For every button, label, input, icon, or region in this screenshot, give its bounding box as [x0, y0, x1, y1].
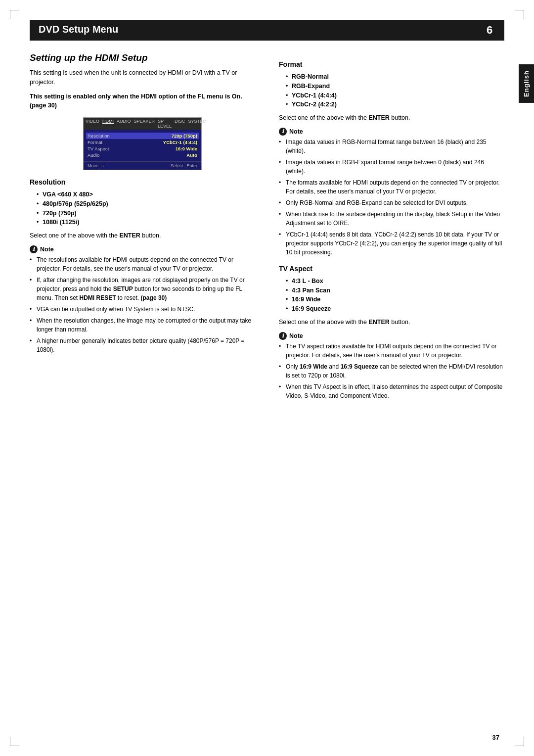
menu-item-video: VIDEO [86, 119, 99, 129]
fmt-note-6: YCbCr-1 (4:4:4) sends 8 bit data. YCbCr-… [279, 230, 504, 257]
tva-note-3: When this TV Aspect is in effect, it als… [279, 382, 504, 400]
fmt-note-5: When black rise to the surface depending… [279, 210, 504, 228]
format-bullets: RGB-Normal RGB-Expand YCbCr-1 (4:4:4) YC… [286, 72, 504, 109]
tvaspect-note-label: Note [289, 332, 303, 339]
tvaspect-note-header: ℹ Note [279, 332, 504, 340]
row-value-audio: Auto [186, 152, 197, 158]
row-label-format: Format [88, 140, 102, 145]
format-note-header: ℹ Note [279, 128, 504, 136]
row-label-resolution: Resolution [88, 133, 110, 139]
corner-mark-tl [10, 10, 19, 19]
bullet-480p: 480p/576p (525p/625p) [37, 199, 255, 209]
bullet-vga-text: VGA <640 X 480> [43, 191, 93, 198]
res-note-1: The resolutions available for HDMI outpu… [30, 255, 255, 273]
tvaspect-note-block: ℹ Note The TV aspect ratios available fo… [279, 332, 504, 400]
screenshot-footer: Move : ↕ Select : Enter [84, 161, 201, 170]
tvaspect-note-icon: ℹ [279, 332, 287, 340]
menu-item-disc: DISC [175, 119, 185, 129]
bullet-ycbcr2: YCbCr-2 (4:2:2) [286, 100, 504, 109]
resolution-note-icon: ℹ [30, 245, 38, 253]
menu-item-speaker: SPEAKER [134, 119, 155, 129]
bullet-ycbcr1: YCbCr-1 (4:4:4) [286, 91, 504, 100]
format-select-note: Select one of the above with the ENTER b… [279, 113, 504, 123]
bullet-1080i: 1080i (1125i) [37, 218, 255, 227]
bullet-720p: 720p (750p) [37, 209, 255, 218]
header-title: DVD Setup Menu [30, 20, 475, 41]
screenshot-row-audio: Audio Auto [88, 152, 197, 158]
english-tab: English [519, 64, 534, 103]
screenshot-row-tvaspect: TV Aspect 16:9 Wide [88, 145, 197, 152]
fmt-note-1: Image data values in RGB-Normal format r… [279, 138, 504, 155]
footer-move: Move : ↕ [88, 163, 104, 168]
intro-text-2: This setting is enabled only when the HD… [30, 92, 255, 111]
format-note-block: ℹ Note Image data values in RGB-Normal f… [279, 128, 504, 257]
fmt-note-4: Only RGB-Normal and RGB-Expand can be se… [279, 198, 504, 207]
header-bar: DVD Setup Menu 6 [30, 20, 504, 41]
tvaspect-bullets: 4:3 L - Box 4:3 Pan Scan 16:9 Wide 16:9 … [286, 277, 504, 314]
resolution-title: Resolution [30, 178, 255, 186]
tvaspect-select-note: Select one of the above with the ENTER b… [279, 318, 504, 327]
header-number: 6 [475, 20, 504, 41]
intro-text-1: This setting is used when the unit is co… [30, 68, 255, 87]
screenshot-box: VIDEO HDMI AUDIO SPEAKER SP LEVEL DISC S… [83, 117, 202, 170]
bullet-1080i-text: 1080i (1125i) [43, 219, 79, 226]
page-number: 37 [492, 734, 499, 741]
bullet-720p-text: 720p (750p) [43, 210, 77, 217]
menu-item-splevel: SP LEVEL [158, 119, 172, 129]
screenshot-row-resolution: Resolution 720p (750p) [86, 133, 199, 139]
format-title: Format [279, 60, 504, 68]
res-note-2: If, after changing the resolution, image… [30, 276, 255, 302]
format-note-list: Image data values in RGB-Normal format r… [279, 138, 504, 257]
format-note-label: Note [289, 128, 303, 135]
corner-mark-tr [515, 10, 524, 19]
resolution-note-header: ℹ Note [30, 245, 255, 253]
menu-item-system: SYSTEM [188, 119, 207, 129]
bullet-vga: VGA <640 X 480> [37, 190, 255, 199]
section-title: Setting up the HDMI Setup [30, 52, 255, 63]
row-value-resolution: 720p (750p) [172, 133, 197, 139]
screenshot-content: Resolution 720p (750p) Format YCbCr-1 (4… [84, 130, 201, 161]
tvaspect-title: TV Aspect [279, 265, 504, 273]
tva-note-2: Only 16:9 Wide and 16:9 Squeeze can be s… [279, 362, 504, 380]
bullet-480p-text: 480p/576p (525p/625p) [43, 200, 108, 207]
resolution-bullets: VGA <640 X 480> 480p/576p (525p/625p) 72… [37, 190, 255, 227]
bullet-rgb-expand: RGB-Expand [286, 82, 504, 91]
tvaspect-note-list: The TV aspect ratios available for HDMI … [279, 342, 504, 400]
screenshot-menu-bar: VIDEO HDMI AUDIO SPEAKER SP LEVEL DISC S… [84, 118, 201, 130]
menu-item-hdmi: HDMI [102, 119, 114, 129]
row-label-audio: Audio [88, 152, 99, 158]
resolution-note-label: Note [40, 246, 54, 253]
resolution-note-list: The resolutions available for HDMI outpu… [30, 255, 255, 354]
tva-note-1: The TV aspect ratios available for HDMI … [279, 342, 504, 360]
bullet-43panscan: 4:3 Pan Scan [286, 286, 504, 295]
left-column: Setting up the HDMI Setup This setting i… [30, 52, 259, 405]
page-container: English DVD Setup Menu 6 Setting up the … [0, 0, 534, 756]
two-col-layout: Setting up the HDMI Setup This setting i… [30, 52, 504, 405]
corner-mark-br [515, 737, 524, 746]
fmt-note-2: Image data values in RGB-Expand format r… [279, 158, 504, 176]
format-note-icon: ℹ [279, 128, 287, 136]
res-note-5: A higher number generally indicates bett… [30, 336, 255, 354]
right-column: Format RGB-Normal RGB-Expand YCbCr-1 (4:… [275, 52, 504, 405]
row-value-format: YCbCr-1 (4:4:4) [163, 140, 197, 145]
resolution-note-block: ℹ Note The resolutions available for HDM… [30, 245, 255, 354]
row-label-tvaspect: TV Aspect [88, 146, 109, 151]
menu-item-audio: AUDIO [117, 119, 131, 129]
bullet-169squeeze: 16:9 Squeeze [286, 304, 504, 314]
bullet-43lbox: 4:3 L - Box [286, 277, 504, 286]
resolution-select-note: Select one of the above with the ENTER b… [30, 231, 255, 240]
fmt-note-3: The formats available for HDMI outputs d… [279, 178, 504, 196]
row-value-tvaspect: 16:9 Wide [176, 146, 197, 151]
res-note-4: When the resolution changes, the image m… [30, 316, 255, 334]
screenshot-row-format: Format YCbCr-1 (4:4:4) [88, 139, 197, 145]
res-note-3: VGA can be outputted only when TV System… [30, 305, 255, 314]
footer-select: Select : Enter [171, 163, 197, 168]
bullet-169wide: 16:9 Wide [286, 295, 504, 304]
corner-mark-bl [10, 737, 19, 746]
bullet-rgb-normal: RGB-Normal [286, 72, 504, 82]
